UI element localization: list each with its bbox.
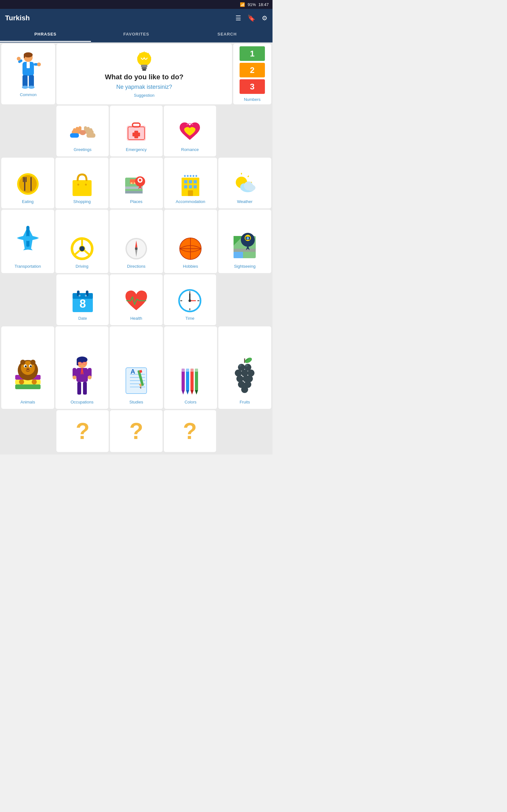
svg-rect-158 [186,368,189,372]
svg-rect-153 [181,368,185,391]
accommodation-icon: ★★★★★ [178,171,203,197]
greetings-icon [70,119,95,145]
category-common[interactable]: Common [1,44,55,104]
numbers-label: Numbers [244,97,261,102]
tab-favorites[interactable]: FAVORITES [91,27,182,42]
category-greetings[interactable]: Greetings [56,106,109,156]
category-shopping[interactable]: Shopping [55,158,108,208]
common-person-icon [15,52,41,90]
svg-rect-161 [190,368,193,372]
date-icon: 8 [70,288,95,313]
svg-point-102 [78,295,80,297]
svg-rect-62 [193,185,197,189]
svg-point-121 [26,368,30,370]
settings-icon[interactable]: ⚙ [262,14,268,22]
svg-rect-113 [15,380,41,385]
svg-point-55 [139,179,141,182]
svg-rect-112 [15,385,41,389]
category-sightseeing[interactable]: Sightseeing [218,210,271,273]
directions-label: Directions [127,264,146,269]
category-time[interactable]: Time [164,274,216,325]
category-driving[interactable]: Driving [55,210,108,273]
tab-phrases[interactable]: PHRASES [0,27,91,42]
svg-point-178 [241,386,248,393]
driving-label: Driving [76,264,89,269]
svg-rect-32 [87,133,95,138]
category-hobbies[interactable]: Hobbies [164,210,217,273]
category-eating[interactable]: Eating [1,158,54,208]
row5: Animals [1,326,271,409]
wifi-icon: 📶 [240,2,245,7]
svg-rect-156 [186,368,189,391]
occupations-icon [69,356,95,397]
eating-label: Eating [22,199,34,204]
top-bar-icons: ☰ 🔖 ⚙ [235,14,268,22]
svg-rect-155 [181,368,185,372]
time-icon [177,288,203,313]
svg-rect-159 [190,368,193,391]
fruits-label: Fruits [239,400,250,404]
svg-rect-41 [23,177,24,182]
svg-text:8: 8 [79,297,86,310]
svg-rect-35 [132,123,140,127]
bookmark-icon[interactable]: 🔖 [247,14,256,22]
svg-point-123 [31,360,36,365]
transportation-icon [14,223,42,261]
fruits-icon [232,356,257,397]
clock: 18:47 [258,2,269,7]
svg-point-84 [135,247,137,250]
svg-line-19 [150,57,151,58]
unknown-category-2[interactable]: ? [110,410,162,452]
category-studies[interactable]: A Studies [110,326,163,409]
svg-point-12 [28,86,35,89]
category-romance[interactable]: Romance [164,106,216,156]
category-occupations[interactable]: Occupations [55,326,108,409]
svg-point-125 [32,379,37,385]
battery-level: 91% [247,2,256,7]
directions-icon [124,236,149,261]
svg-rect-16 [142,69,146,71]
category-numbers[interactable]: 1 2 3 Numbers [233,44,271,104]
sightseeing-icon [230,226,259,261]
category-accommodation[interactable]: ★★★★★ Accommodation [164,158,217,208]
suggestion-banner[interactable]: What do you like to do? Ne yapmak isters… [56,44,232,104]
svg-point-124 [19,379,24,385]
svg-point-180 [245,364,248,367]
health-icon [124,288,149,313]
svg-rect-90 [233,249,256,252]
category-date[interactable]: 8 Date [56,274,109,325]
category-directions[interactable]: Directions [110,210,163,273]
category-places[interactable]: Places [110,158,163,208]
category-weather[interactable]: Weather [218,158,271,208]
category-health[interactable]: Health [110,274,162,325]
emergency-label: Emergency [126,147,147,152]
svg-rect-15 [142,67,147,69]
svg-point-166 [244,357,253,364]
svg-rect-140 [83,382,87,395]
category-fruits[interactable]: Fruits [218,326,271,409]
category-emergency[interactable]: Emergency [110,106,162,156]
accommodation-label: Accommodation [176,199,205,204]
svg-rect-14 [141,65,147,67]
tab-search[interactable]: SEARCH [181,27,273,42]
svg-rect-10 [29,75,34,87]
lightbulb-icon [135,51,154,73]
list-icon[interactable]: ☰ [235,14,241,22]
category-transportation[interactable]: Transportation [1,210,54,273]
svg-rect-31 [70,133,79,138]
unknown-category-3[interactable]: ? [164,410,216,452]
svg-rect-42 [26,177,26,182]
common-label: Common [20,92,37,97]
hobbies-label: Hobbies [183,264,198,269]
svg-point-79 [79,246,84,251]
row-greetings-emergency-romance: Greetings Emergency [1,106,271,156]
category-colors[interactable]: Colors [164,326,217,409]
weather-icon [232,171,257,197]
greetings-label: Greetings [73,147,91,152]
category-animals[interactable]: Animals [1,326,54,409]
svg-rect-162 [195,368,198,391]
date-label: Date [78,316,87,321]
svg-point-8 [37,62,41,66]
top-bar: Turkish ☰ 🔖 ⚙ [0,9,273,27]
unknown-category-1[interactable]: ? [56,410,109,452]
